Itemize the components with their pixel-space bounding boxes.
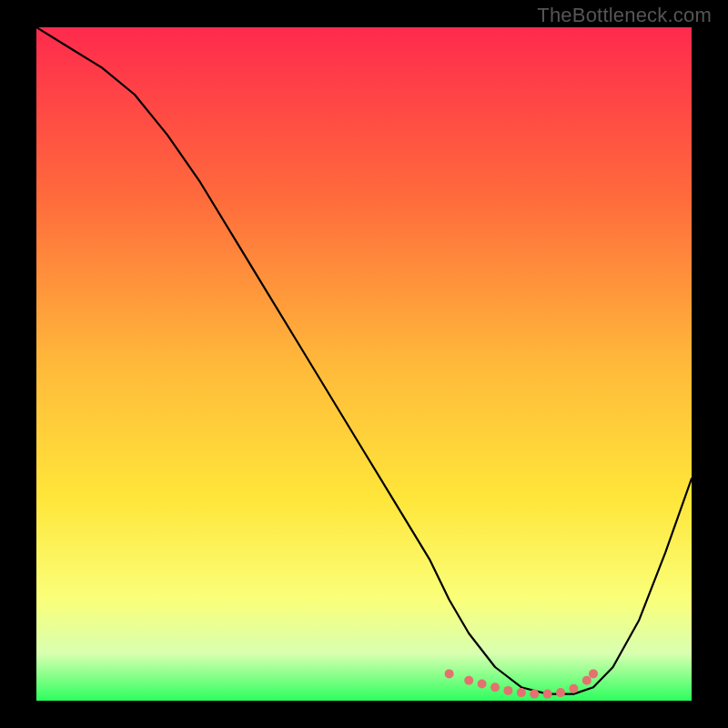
curve-marker bbox=[503, 686, 512, 695]
curve-marker bbox=[556, 688, 565, 697]
gradient-background bbox=[36, 27, 692, 701]
curve-marker bbox=[445, 669, 454, 678]
watermark-text: TheBottleneck.com bbox=[537, 4, 712, 27]
chart-svg bbox=[36, 27, 692, 701]
curve-marker bbox=[589, 669, 598, 678]
curve-marker bbox=[530, 690, 539, 699]
curve-marker bbox=[543, 690, 552, 699]
curve-marker bbox=[517, 688, 526, 697]
curve-marker bbox=[478, 680, 487, 689]
curve-marker bbox=[464, 676, 473, 685]
plot-area bbox=[36, 27, 692, 701]
chart-frame: TheBottleneck.com bbox=[0, 0, 728, 728]
curve-marker bbox=[582, 676, 592, 685]
curve-marker bbox=[569, 684, 578, 693]
curve-marker bbox=[490, 682, 500, 692]
